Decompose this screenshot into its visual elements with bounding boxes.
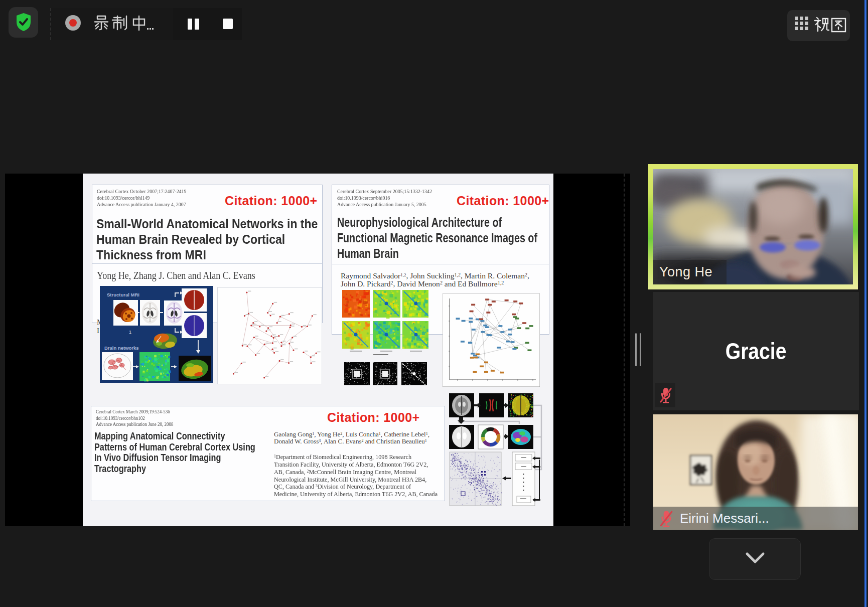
svg-text:1: 1 — [129, 330, 131, 335]
svg-text:Brain networks: Brain networks — [104, 345, 139, 351]
svg-text:Structural MRI: Structural MRI — [107, 292, 139, 297]
